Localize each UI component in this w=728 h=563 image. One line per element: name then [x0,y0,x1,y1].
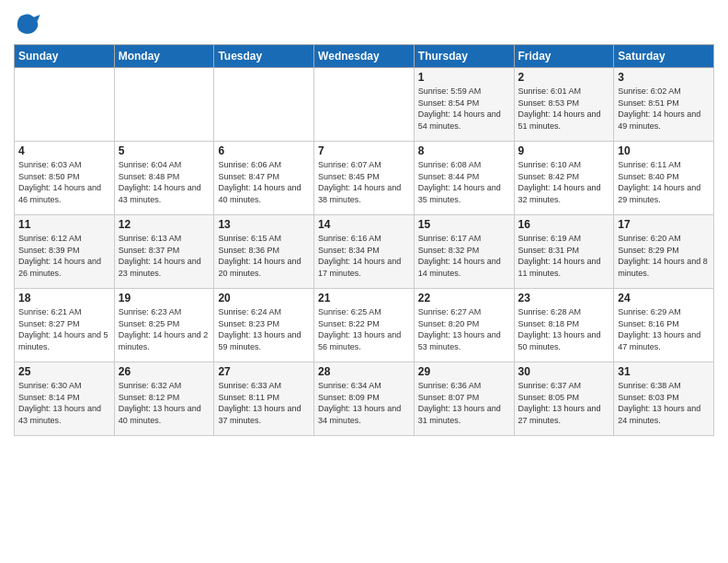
day-cell: 9Sunrise: 6:10 AM Sunset: 8:42 PM Daylig… [514,142,614,215]
day-info: Sunrise: 5:59 AM Sunset: 8:54 PM Dayligh… [418,86,510,132]
day-cell: 12Sunrise: 6:13 AM Sunset: 8:37 PM Dayli… [114,215,214,289]
week-row-3: 18Sunrise: 6:21 AM Sunset: 8:27 PM Dayli… [15,289,714,362]
day-number: 25 [18,365,110,378]
day-cell [114,68,214,142]
day-cell: 10Sunrise: 6:11 AM Sunset: 8:40 PM Dayli… [614,142,714,215]
col-header-monday: Monday [114,45,214,68]
day-number: 29 [418,365,510,378]
day-number: 8 [418,144,510,157]
day-info: Sunrise: 6:10 AM Sunset: 8:42 PM Dayligh… [518,159,610,205]
day-number: 2 [518,71,610,84]
day-info: Sunrise: 6:28 AM Sunset: 8:18 PM Dayligh… [518,306,610,352]
day-number: 9 [518,144,610,157]
col-header-wednesday: Wednesday [314,45,415,68]
day-cell: 31Sunrise: 6:38 AM Sunset: 8:03 PM Dayli… [614,362,714,436]
day-info: Sunrise: 6:33 AM Sunset: 8:11 PM Dayligh… [218,380,310,426]
day-number: 10 [618,144,710,157]
day-info: Sunrise: 6:07 AM Sunset: 8:45 PM Dayligh… [318,159,410,205]
day-info: Sunrise: 6:04 AM Sunset: 8:48 PM Dayligh… [119,159,210,205]
day-info: Sunrise: 6:37 AM Sunset: 8:05 PM Dayligh… [518,380,610,426]
day-info: Sunrise: 6:16 AM Sunset: 8:34 PM Dayligh… [318,233,410,279]
week-row-2: 11Sunrise: 6:12 AM Sunset: 8:39 PM Dayli… [15,215,714,289]
day-cell: 29Sunrise: 6:36 AM Sunset: 8:07 PM Dayli… [414,362,514,436]
day-info: Sunrise: 6:32 AM Sunset: 8:12 PM Dayligh… [119,380,210,426]
day-info: Sunrise: 6:27 AM Sunset: 8:20 PM Dayligh… [418,306,510,352]
day-info: Sunrise: 6:08 AM Sunset: 8:44 PM Dayligh… [418,159,510,205]
day-cell [15,68,115,142]
page-container: SundayMondayTuesdayWednesdayThursdayFrid… [0,0,728,445]
day-number: 16 [518,218,610,231]
col-header-saturday: Saturday [614,45,714,68]
day-number: 4 [18,144,110,157]
day-cell: 1Sunrise: 5:59 AM Sunset: 8:54 PM Daylig… [414,68,514,142]
day-info: Sunrise: 6:21 AM Sunset: 8:27 PM Dayligh… [18,306,110,352]
day-number: 12 [119,218,210,231]
header [14,9,714,37]
day-number: 1 [418,71,510,84]
day-cell: 20Sunrise: 6:24 AM Sunset: 8:23 PM Dayli… [214,289,314,362]
day-cell: 6Sunrise: 6:06 AM Sunset: 8:47 PM Daylig… [214,142,314,215]
day-cell: 4Sunrise: 6:03 AM Sunset: 8:50 PM Daylig… [15,142,115,215]
day-number: 17 [618,218,710,231]
day-number: 24 [618,292,710,304]
day-info: Sunrise: 6:01 AM Sunset: 8:53 PM Dayligh… [518,86,610,132]
day-cell: 28Sunrise: 6:34 AM Sunset: 8:09 PM Dayli… [314,362,415,436]
day-number: 22 [418,292,510,304]
day-number: 23 [518,292,610,304]
day-number: 31 [618,365,710,378]
day-info: Sunrise: 6:25 AM Sunset: 8:22 PM Dayligh… [318,306,410,352]
day-number: 19 [119,292,210,304]
day-number: 21 [318,292,410,304]
day-cell: 13Sunrise: 6:15 AM Sunset: 8:36 PM Dayli… [214,215,314,289]
week-row-0: 1Sunrise: 5:59 AM Sunset: 8:54 PM Daylig… [15,68,714,142]
day-number: 18 [18,292,110,304]
day-number: 13 [218,218,310,231]
day-info: Sunrise: 6:23 AM Sunset: 8:25 PM Dayligh… [119,306,210,352]
day-cell: 30Sunrise: 6:37 AM Sunset: 8:05 PM Dayli… [514,362,614,436]
day-cell: 19Sunrise: 6:23 AM Sunset: 8:25 PM Dayli… [114,289,214,362]
day-cell: 17Sunrise: 6:20 AM Sunset: 8:29 PM Dayli… [614,215,714,289]
day-info: Sunrise: 6:15 AM Sunset: 8:36 PM Dayligh… [218,233,310,279]
day-info: Sunrise: 6:06 AM Sunset: 8:47 PM Dayligh… [218,159,310,205]
day-cell: 15Sunrise: 6:17 AM Sunset: 8:32 PM Dayli… [414,215,514,289]
day-number: 30 [518,365,610,378]
day-info: Sunrise: 6:17 AM Sunset: 8:32 PM Dayligh… [418,233,510,279]
day-number: 15 [418,218,510,231]
day-cell: 8Sunrise: 6:08 AM Sunset: 8:44 PM Daylig… [414,142,514,215]
day-info: Sunrise: 6:29 AM Sunset: 8:16 PM Dayligh… [618,306,710,352]
col-header-tuesday: Tuesday [214,45,314,68]
day-info: Sunrise: 6:11 AM Sunset: 8:40 PM Dayligh… [618,159,710,205]
day-info: Sunrise: 6:24 AM Sunset: 8:23 PM Dayligh… [218,306,310,352]
day-number: 7 [318,144,410,157]
day-number: 26 [119,365,210,378]
day-info: Sunrise: 6:30 AM Sunset: 8:14 PM Dayligh… [18,380,110,426]
day-info: Sunrise: 6:12 AM Sunset: 8:39 PM Dayligh… [18,233,110,279]
day-info: Sunrise: 6:20 AM Sunset: 8:29 PM Dayligh… [618,233,710,279]
day-number: 20 [218,292,310,304]
day-number: 28 [318,365,410,378]
calendar-table: SundayMondayTuesdayWednesdayThursdayFrid… [14,44,714,436]
day-cell: 14Sunrise: 6:16 AM Sunset: 8:34 PM Dayli… [314,215,415,289]
day-number: 6 [218,144,310,157]
logo-icon [14,9,41,37]
day-cell: 2Sunrise: 6:01 AM Sunset: 8:53 PM Daylig… [514,68,614,142]
day-number: 27 [218,365,310,378]
day-cell: 23Sunrise: 6:28 AM Sunset: 8:18 PM Dayli… [514,289,614,362]
day-info: Sunrise: 6:38 AM Sunset: 8:03 PM Dayligh… [618,380,710,426]
day-number: 14 [318,218,410,231]
day-info: Sunrise: 6:03 AM Sunset: 8:50 PM Dayligh… [18,159,110,205]
day-cell: 5Sunrise: 6:04 AM Sunset: 8:48 PM Daylig… [114,142,214,215]
day-cell: 24Sunrise: 6:29 AM Sunset: 8:16 PM Dayli… [614,289,714,362]
day-cell: 25Sunrise: 6:30 AM Sunset: 8:14 PM Dayli… [15,362,115,436]
day-number: 11 [18,218,110,231]
week-row-1: 4Sunrise: 6:03 AM Sunset: 8:50 PM Daylig… [15,142,714,215]
logo [14,9,45,37]
day-cell: 3Sunrise: 6:02 AM Sunset: 8:51 PM Daylig… [614,68,714,142]
col-header-sunday: Sunday [15,45,115,68]
day-cell: 18Sunrise: 6:21 AM Sunset: 8:27 PM Dayli… [15,289,115,362]
day-cell [214,68,314,142]
day-cell: 16Sunrise: 6:19 AM Sunset: 8:31 PM Dayli… [514,215,614,289]
day-cell: 7Sunrise: 6:07 AM Sunset: 8:45 PM Daylig… [314,142,415,215]
day-info: Sunrise: 6:36 AM Sunset: 8:07 PM Dayligh… [418,380,510,426]
day-cell: 27Sunrise: 6:33 AM Sunset: 8:11 PM Dayli… [214,362,314,436]
